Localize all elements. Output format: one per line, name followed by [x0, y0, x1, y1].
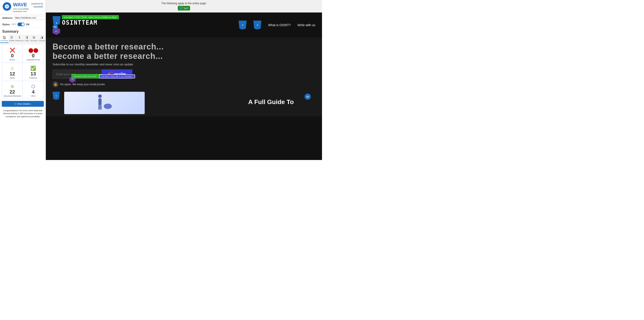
summary-title: Summary: [0, 28, 46, 35]
wave-subtitle: web accessibility evaluation tool: [13, 8, 30, 13]
tab-details[interactable]: ☰ Details: [8, 35, 15, 43]
structural-icon: ⊛: [10, 84, 14, 89]
site-header: 5 *aria-label="OSINT TEAM - Open Source …: [46, 13, 322, 38]
website-content: 5 *aria-label="OSINT TEAM - Open Source …: [46, 13, 322, 160]
svg-point-4: [104, 104, 112, 109]
lock-icon: 🔒: [52, 82, 58, 87]
left-panel: WAVE web accessibility evaluation tool p…: [0, 0, 46, 160]
address-row: Address: ↻: [0, 15, 46, 21]
aria-count: 4: [32, 90, 34, 94]
logo-row-1: 5 *aria-label="OSINT TEAM - Open Source …: [52, 15, 119, 26]
site-logo-text: OSINTTEAM: [62, 19, 119, 26]
address-label: Address:: [2, 17, 13, 19]
subscribe-row: 🏷 *aria-label="Enter your email"* Subscr…: [52, 69, 187, 79]
features-label: Features: [29, 77, 37, 79]
list-icon: ☰: [10, 36, 13, 39]
alerts-stat: ⚠ 12 Alerts: [2, 63, 23, 81]
hero-section: Become a better research... become a bet…: [46, 38, 322, 90]
styles-off-label: OFF: [12, 23, 16, 26]
tab-summary[interactable]: 🏠 Summary: [0, 35, 8, 43]
errors-stat: ❌ 0 Errors: [2, 45, 23, 63]
svg-rect-3: [100, 105, 102, 110]
lang-badge: 🌐 *en*: [178, 6, 190, 11]
svg-rect-2: [98, 105, 100, 110]
site-logo-badges: 5 *aria-label="OSINT TEAM - Open Source …: [52, 15, 119, 35]
view-details-button[interactable]: ≡ View details ›: [2, 101, 44, 107]
lang-text: *en*: [184, 7, 188, 10]
nav-what-is-osint[interactable]: What is OSINT?: [268, 23, 291, 27]
tab-order[interactable]: ⇶ Order: [24, 35, 30, 43]
features-icon: ✅: [30, 66, 36, 71]
wave-header: WAVE web accessibility evaluation tool p…: [0, 0, 46, 15]
hero-title-2: become a better research...: [52, 52, 315, 61]
no-spam-row: 🔒 No spam. We keep your email private.: [52, 82, 315, 87]
tab-contrast-label: Contrast: [38, 40, 45, 42]
site-nav: 3 ≡ What is OSINT? Write with us: [238, 21, 315, 30]
contrast-errors-count: 0: [32, 53, 34, 58]
tab-reference[interactable]: ℹ Reference: [15, 35, 24, 43]
powered-by-block: powered by WebAIM: [31, 2, 43, 8]
alerts-count: 12: [10, 71, 15, 76]
no-spam-text: No spam. We keep your email private.: [60, 83, 106, 86]
globe-lang-badge: 🌐 *en*: [178, 6, 190, 11]
svg-point-0: [98, 94, 102, 98]
wave-title-block: WAVE web accessibility evaluation tool: [13, 2, 30, 13]
order-icon: ⇶: [26, 36, 28, 39]
aria-label-box: *aria-label="OSINT TEAM - Open Source In…: [62, 15, 119, 19]
contrast-errors-label: Contrast Errors: [26, 59, 40, 61]
svg-rect-1: [98, 99, 102, 105]
site-title-col: *aria-label="OSINT TEAM - Open Source In…: [62, 15, 119, 26]
summary-section: Summary 🏠 Summary ☰ Details ℹ Reference …: [0, 28, 46, 160]
errors-label: Errors: [10, 59, 15, 61]
hero-title-1: Become a better research...: [52, 42, 315, 52]
article-preview: [64, 92, 145, 114]
globe-icon: 🌐: [180, 7, 183, 10]
wave-logo-icon: [4, 4, 10, 9]
css3-nav-badge: 3: [238, 21, 247, 30]
aria-stat: ⬡ 4 ARIA: [23, 81, 44, 99]
full-guide-title: A Full Guide To: [248, 99, 315, 106]
stats-grid: ❌ 0 Errors ⬤⬤ 0 Contrast Errors ⚠ 12 Ale…: [2, 45, 44, 99]
logo-row-2: 🏷: [52, 27, 119, 35]
errors-count: 0: [11, 53, 14, 58]
tab-structure-label: Structure: [30, 40, 37, 42]
features-count: 13: [30, 71, 36, 76]
errors-icon: ❌: [10, 48, 15, 53]
subscribe-aria-box: *aria-label="Subscribe to our newsletter…: [99, 75, 135, 78]
nav-tabs: 🏠 Summary ☰ Details ℹ Reference ⇶ Order …: [0, 35, 46, 43]
subscribe-button-area[interactable]: Subscribe 🏷 *aria-label="Subscribe to ou…: [102, 69, 132, 79]
tab-contrast[interactable]: ◑ Contrast: [38, 35, 46, 43]
tab-reference-label: Reference: [16, 40, 24, 42]
tab-structure[interactable]: ⊞ Structure: [30, 35, 38, 43]
styles-on-label: ON: [26, 23, 29, 26]
wave-title: WAVE: [13, 2, 30, 7]
contrast-icon: ◑: [40, 36, 43, 39]
structural-stat: ⊛ 22 Structural Elements: [2, 81, 23, 99]
wave-top-bar: The following apply to the entire page: …: [46, 0, 322, 13]
right-panel: The following apply to the entire page: …: [46, 0, 322, 160]
structural-count: 22: [10, 90, 15, 94]
address-input[interactable]: [14, 16, 44, 20]
bottom-section: 5 h2 A Full Guide To: [46, 90, 322, 116]
hero-subtitle: Subscribe to our monthly newsletter and …: [52, 63, 315, 66]
tab-summary-label: Summary: [0, 40, 8, 42]
form-aria-label-box: *aria-label="Enter your email"*: [72, 74, 103, 78]
tab-order-label: Order: [24, 40, 29, 42]
aria-icon: ⬡: [31, 84, 35, 89]
contrast-errors-icon: ⬤⬤: [28, 48, 38, 53]
features-stat: ✅ 13 Features: [23, 63, 44, 81]
structural-label: Structural Elements: [4, 95, 21, 97]
styles-toggle[interactable]: [18, 23, 24, 26]
powered-by-text: powered by: [31, 3, 43, 5]
congrats-message: Congratulations! No errors were detected…: [0, 108, 46, 120]
alerts-label: Alerts: [10, 77, 15, 79]
nav-write-with-us[interactable]: Write with us: [298, 23, 315, 27]
aria-label: ARIA: [31, 95, 36, 97]
applies-text: The following apply to the entire page:: [161, 2, 206, 5]
styles-row: Styles: OFF ON: [0, 21, 46, 28]
view-details-label: View details ›: [17, 103, 31, 105]
structure-icon: ⊞: [33, 36, 35, 39]
home-icon: 🏠: [2, 36, 6, 39]
view-details-icon: ≡: [14, 103, 16, 105]
webaim-link[interactable]: WebAIM: [34, 5, 43, 8]
